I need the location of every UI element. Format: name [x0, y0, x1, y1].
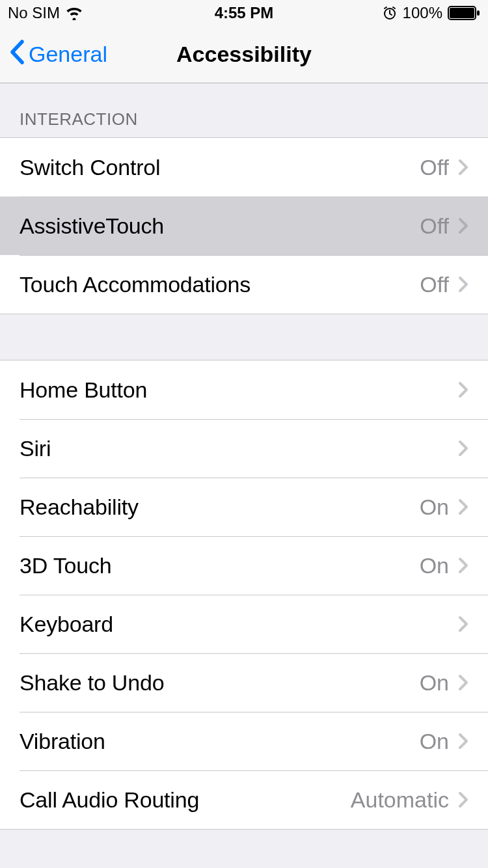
row-assistivetouch[interactable]: AssistiveTouch Off — [0, 197, 488, 255]
chevron-right-icon — [458, 498, 468, 515]
chevron-right-icon — [458, 276, 468, 293]
chevron-right-icon — [458, 381, 468, 398]
wifi-icon — [65, 6, 83, 20]
page-title: Accessibility — [176, 42, 312, 67]
row-label: Home Button — [20, 377, 449, 403]
row-reachability[interactable]: Reachability On — [0, 478, 488, 536]
status-time: 4:55 PM — [215, 4, 274, 22]
row-label: Touch Accommodations — [20, 272, 420, 297]
row-label: Shake to Undo — [20, 670, 420, 696]
row-label: Vibration — [20, 729, 420, 754]
group-interaction: Switch Control Off AssistiveTouch Off To… — [0, 137, 488, 314]
svg-rect-2 — [450, 8, 474, 18]
row-label: 3D Touch — [20, 553, 420, 578]
row-value: Automatic — [351, 787, 449, 813]
row-keyboard[interactable]: Keyboard — [0, 595, 488, 653]
chevron-right-icon — [458, 440, 468, 457]
back-button[interactable]: General — [0, 40, 107, 70]
section-gap — [0, 314, 488, 360]
row-touch-accommodations[interactable]: Touch Accommodations Off — [0, 255, 488, 314]
battery-percent: 100% — [403, 4, 442, 22]
row-shake-to-undo[interactable]: Shake to Undo On — [0, 653, 488, 712]
row-value: On — [420, 670, 449, 696]
carrier-text: No SIM — [8, 4, 60, 22]
status-left: No SIM — [8, 4, 83, 22]
status-bar: No SIM 4:55 PM 100% — [0, 0, 488, 26]
group-other: Home Button Siri Reachability On 3D Touc… — [0, 360, 488, 830]
row-label: AssistiveTouch — [20, 213, 420, 239]
status-right: 100% — [382, 4, 480, 22]
chevron-left-icon — [9, 40, 25, 70]
chevron-right-icon — [458, 791, 468, 808]
row-3d-touch[interactable]: 3D Touch On — [0, 536, 488, 595]
row-value: On — [420, 553, 449, 578]
battery-icon — [448, 6, 480, 20]
row-label: Switch Control — [20, 155, 420, 180]
chevron-right-icon — [458, 217, 468, 234]
row-value: On — [420, 495, 449, 520]
row-home-button[interactable]: Home Button — [0, 360, 488, 419]
row-value: Off — [420, 213, 449, 239]
row-label: Call Audio Routing — [20, 787, 351, 813]
section-header-interaction: Interaction — [0, 83, 488, 137]
row-vibration[interactable]: Vibration On — [0, 712, 488, 770]
row-label: Reachability — [20, 495, 420, 520]
chevron-right-icon — [458, 557, 468, 574]
row-siri[interactable]: Siri — [0, 419, 488, 478]
chevron-right-icon — [458, 674, 468, 691]
row-value: Off — [420, 272, 449, 297]
chevron-right-icon — [458, 616, 468, 632]
row-label: Keyboard — [20, 612, 449, 637]
row-label: Siri — [20, 436, 449, 461]
back-label: General — [29, 42, 107, 67]
row-call-audio-routing[interactable]: Call Audio Routing Automatic — [0, 770, 488, 829]
chevron-right-icon — [458, 159, 468, 176]
nav-bar: General Accessibility — [0, 26, 488, 83]
chevron-right-icon — [458, 733, 468, 750]
row-switch-control[interactable]: Switch Control Off — [0, 138, 488, 197]
row-value: On — [420, 729, 449, 754]
row-value: Off — [420, 155, 449, 180]
svg-rect-3 — [477, 10, 480, 16]
alarm-icon — [382, 5, 398, 21]
